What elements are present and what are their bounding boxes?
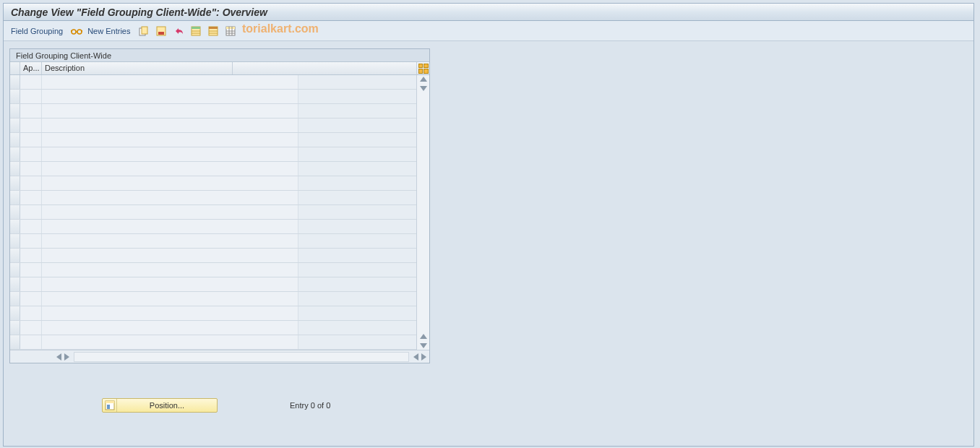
table-row[interactable] — [10, 234, 416, 249]
cell-ap[interactable] — [20, 133, 42, 147]
cell-description[interactable] — [42, 249, 298, 262]
row-selector[interactable] — [10, 147, 20, 161]
row-selector[interactable] — [10, 133, 20, 147]
cell-description[interactable] — [42, 335, 298, 349]
table-row[interactable] — [10, 292, 416, 306]
cell-description[interactable] — [42, 191, 298, 204]
cell-ap[interactable] — [20, 263, 42, 277]
cell-ap[interactable] — [20, 335, 42, 349]
cell-ap[interactable] — [20, 75, 42, 89]
cell-description[interactable] — [42, 104, 298, 118]
cell-description[interactable] — [42, 133, 298, 147]
row-selector[interactable] — [10, 205, 20, 219]
table-row[interactable] — [10, 176, 416, 191]
cell-description[interactable] — [42, 205, 298, 219]
row-selector[interactable] — [10, 335, 20, 349]
table-row[interactable] — [10, 147, 416, 162]
table-row[interactable] — [10, 306, 416, 321]
row-selector[interactable] — [10, 119, 20, 132]
table-row[interactable] — [10, 191, 416, 205]
hscroll-left-arrows[interactable] — [53, 353, 72, 361]
table-row[interactable] — [10, 75, 416, 90]
cell-description[interactable] — [42, 277, 298, 291]
cell-description[interactable] — [42, 321, 298, 335]
row-selector[interactable] — [10, 263, 20, 277]
table-row[interactable] — [10, 133, 416, 147]
scroll-step-right-icon[interactable] — [64, 353, 69, 361]
row-selector[interactable] — [10, 277, 20, 291]
cell-ap[interactable] — [20, 277, 42, 291]
table-row[interactable] — [10, 220, 416, 234]
cell-description[interactable] — [42, 176, 298, 190]
row-selector[interactable] — [10, 220, 20, 233]
scroll-left-icon[interactable] — [56, 353, 61, 361]
table-row[interactable] — [10, 162, 416, 176]
table-row[interactable] — [10, 249, 416, 263]
new-entries-button[interactable]: New Entries — [87, 27, 130, 35]
scroll-right-icon[interactable] — [421, 353, 426, 361]
cell-description[interactable] — [42, 234, 298, 248]
glasses-icon[interactable] — [70, 25, 83, 38]
table-settings-icon[interactable] — [224, 25, 237, 38]
scroll-page-down-icon[interactable] — [420, 343, 427, 348]
row-selector[interactable] — [10, 321, 20, 335]
cell-ap[interactable] — [20, 234, 42, 248]
table-row[interactable] — [10, 90, 416, 104]
vertical-scrollbar[interactable] — [416, 75, 429, 350]
table-row[interactable] — [10, 335, 416, 350]
scroll-step-left-icon[interactable] — [413, 353, 418, 361]
scroll-up-icon[interactable] — [420, 77, 427, 82]
select-all-icon[interactable] — [189, 25, 202, 38]
hscroll-right-arrows[interactable] — [411, 353, 429, 361]
table-row[interactable] — [10, 205, 416, 220]
cell-description[interactable] — [42, 220, 298, 233]
row-selector[interactable] — [10, 104, 20, 118]
cell-description[interactable] — [42, 90, 298, 103]
table-row[interactable] — [10, 321, 416, 335]
cell-description[interactable] — [42, 147, 298, 161]
cell-ap[interactable] — [20, 119, 42, 132]
table-row[interactable] — [10, 263, 416, 277]
cell-ap[interactable] — [20, 249, 42, 262]
table-configure-button[interactable] — [416, 62, 429, 74]
row-selector[interactable] — [10, 249, 20, 262]
cell-description[interactable] — [42, 263, 298, 277]
table-row[interactable] — [10, 104, 416, 119]
cell-description[interactable] — [42, 162, 298, 176]
cell-ap[interactable] — [20, 292, 42, 306]
column-header-ap[interactable]: Ap... — [20, 62, 42, 74]
row-selector-header[interactable] — [10, 62, 20, 74]
deselect-all-icon[interactable] — [207, 25, 220, 38]
table-row[interactable] — [10, 119, 416, 133]
save-variant-icon[interactable] — [155, 25, 168, 38]
cell-ap[interactable] — [20, 205, 42, 219]
row-selector[interactable] — [10, 75, 20, 89]
hscroll-track[interactable] — [74, 352, 409, 362]
copy-icon[interactable] — [137, 25, 150, 38]
cell-description[interactable] — [42, 306, 298, 320]
row-selector[interactable] — [10, 234, 20, 248]
scroll-page-up-icon[interactable] — [420, 334, 427, 339]
cell-ap[interactable] — [20, 176, 42, 190]
field-grouping-label[interactable]: Field Grouping — [11, 27, 63, 35]
table-row[interactable] — [10, 277, 416, 292]
cell-ap[interactable] — [20, 306, 42, 320]
cell-ap[interactable] — [20, 162, 42, 176]
cell-ap[interactable] — [20, 147, 42, 161]
cell-ap[interactable] — [20, 104, 42, 118]
undo-icon[interactable] — [172, 25, 185, 38]
cell-ap[interactable] — [20, 90, 42, 103]
cell-ap[interactable] — [20, 191, 42, 204]
scroll-down-icon[interactable] — [420, 86, 427, 91]
cell-ap[interactable] — [20, 220, 42, 233]
cell-ap[interactable] — [20, 321, 42, 335]
row-selector[interactable] — [10, 162, 20, 176]
row-selector[interactable] — [10, 176, 20, 190]
row-selector[interactable] — [10, 306, 20, 320]
row-selector[interactable] — [10, 292, 20, 306]
cell-description[interactable] — [42, 119, 298, 132]
position-button[interactable]: Position... — [102, 398, 218, 413]
row-selector[interactable] — [10, 191, 20, 204]
column-header-description[interactable]: Description — [42, 62, 233, 74]
cell-description[interactable] — [42, 75, 298, 89]
